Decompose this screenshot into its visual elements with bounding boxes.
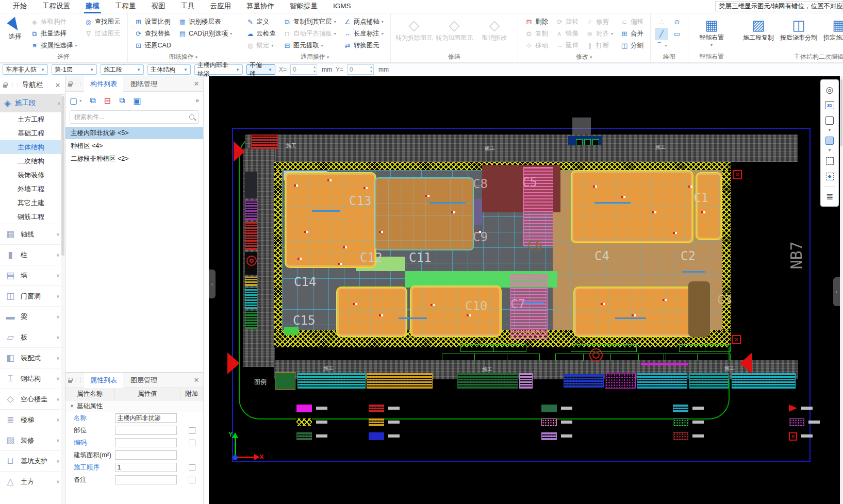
menu-tab-5[interactable]: 视图 (144, 0, 173, 13)
menu-tab-1[interactable]: 开始 (5, 0, 35, 13)
aux-axis-icon[interactable]: ∠两点辅轴▾ (341, 16, 386, 28)
restore-cad-icon[interactable]: ⊡还原CAD (132, 40, 174, 52)
floor-table-icon[interactable]: ▦识别楼层表 (176, 16, 235, 28)
pin-icon[interactable] (68, 378, 73, 383)
convert-icon[interactable]: ⇄转换图元 (341, 40, 386, 52)
by-property-icon[interactable]: ≡按属性选择▾ (28, 40, 80, 52)
filter-icon[interactable]: ∇过滤图元 (82, 28, 123, 40)
options-dropdown-1[interactable]: 车库非人防▼ (3, 64, 48, 75)
sidebar-section-9[interactable]: ◇空心楼盖∨ (0, 389, 65, 409)
sidebar-item-2[interactable]: 基础工程 (0, 126, 65, 140)
tab-component-list[interactable]: 构件列表 (84, 76, 123, 92)
collapse-panel-handle[interactable]: ‹ (209, 270, 216, 298)
extract-icon[interactable]: ⊟图元提取▾ (280, 40, 339, 52)
property-value-input[interactable] (115, 475, 177, 484)
rectangle-icon[interactable]: ▭ (670, 28, 684, 40)
component-item-3[interactable]: 二标段非种植区 <2> (65, 153, 203, 165)
sidebar-section-8[interactable]: ⌶钢结构∨ (0, 368, 65, 389)
menu-tab-10[interactable]: IGMS (325, 0, 359, 13)
property-extra-checkbox[interactable] (189, 477, 195, 483)
pin-icon[interactable] (68, 81, 73, 87)
point-icon[interactable]: ∴ (655, 16, 668, 28)
copy-component-icon[interactable]: ⧉ (90, 96, 95, 105)
length-dim-icon[interactable]: ↔长度标注▾ (341, 28, 386, 40)
break-icon[interactable]: ∦打断 (583, 40, 616, 52)
sidebar-item-5[interactable]: 装饰装修 (0, 168, 65, 182)
select-button[interactable]: 选择 (3, 16, 27, 41)
sidebar-section-5[interactable]: ▬梁∨ (0, 306, 65, 327)
sidebar-item-4[interactable]: 二次结构 (0, 154, 65, 168)
box-select-icon[interactable] (822, 153, 837, 169)
sidebar-section-2[interactable]: ▮柱∨ (0, 244, 65, 265)
trim-icon[interactable]: ⌿修剪 (583, 16, 616, 28)
cloud-check-icon[interactable]: ☁云检查 (243, 28, 278, 40)
scrollbar-thumb[interactable] (61, 96, 64, 256)
search-input[interactable]: 搜索构件... (70, 110, 199, 124)
sidebar-section-4[interactable]: ◫门窗洞∨ (0, 285, 65, 306)
chevron-down-icon[interactable]: ▼ (828, 128, 832, 133)
menu-tab-8[interactable]: 算量协作 (239, 0, 282, 13)
reinforce-cube-icon[interactable]: ◇转为加固图元 (434, 16, 474, 42)
menu-tab-7[interactable]: 云应用 (203, 0, 239, 13)
assign-segment-icon[interactable]: ▦指定施工段 (819, 16, 843, 42)
menu-tab-9[interactable]: 智能提量 (282, 0, 325, 13)
demolish-cube-icon[interactable]: ◇转为拆除图元 (394, 16, 434, 42)
smart-layout-icon[interactable]: ▦智能布置▾ (691, 16, 732, 47)
options-dropdown-3[interactable]: 施工段▼ (101, 64, 144, 75)
rotate-icon[interactable]: ⟳旋转 (553, 16, 581, 28)
batch-copy-icon[interactable]: ⧉ (119, 96, 125, 105)
property-value-input[interactable] (115, 426, 177, 435)
save-component-icon[interactable]: ▣ (133, 96, 141, 106)
options-dropdown-6[interactable]: 不偏移▼ (246, 64, 275, 75)
property-value-input[interactable]: 主楼内部非抗渗 (115, 413, 177, 423)
sidebar-item-6[interactable]: 外墙工程 (0, 182, 65, 196)
menu-tab-3[interactable]: 建模 (78, 0, 107, 13)
batch-select-icon[interactable]: ⧉批量选择 (28, 28, 80, 40)
sidebar-section-7[interactable]: ◧装配式∨ (0, 347, 65, 368)
sidebar-section-1[interactable]: ▦轴线∨ (0, 224, 65, 244)
chevron-down-icon[interactable]: ▼ (828, 148, 832, 153)
view-top-icon[interactable] (822, 113, 837, 128)
sidebar-item-1[interactable]: 土方工程 (0, 112, 65, 126)
close-icon[interactable]: ✕ (54, 81, 62, 89)
tab-layer-manage[interactable]: 图层管理 (124, 373, 163, 388)
property-section-basic[interactable]: ▼基础属性 (65, 400, 203, 412)
pick-icon[interactable]: ◈拾取构件 (28, 16, 80, 28)
sidebar-item-7[interactable]: 其它土建 (0, 196, 65, 210)
property-extra-checkbox[interactable] (189, 464, 195, 471)
orbit-view-icon[interactable]: ◎ (822, 82, 837, 97)
close-icon[interactable]: ✕ (192, 376, 201, 384)
sidebar-item-8[interactable]: 钢筋工程 (0, 210, 65, 224)
options-dropdown-2[interactable]: 第-1层▼ (52, 64, 97, 75)
pin-icon[interactable] (3, 82, 8, 88)
arc-icon[interactable]: ⌒▾ (655, 40, 668, 52)
sidebar-section-shigongduan[interactable]: ◈施工段∧ (0, 94, 65, 112)
sidebar-section-10[interactable]: ≣楼梯∨ (0, 409, 65, 430)
split-icon[interactable]: ◫分割 (618, 40, 646, 52)
property-value-input[interactable]: 1 (115, 463, 177, 472)
component-item-2[interactable]: 种植区 <4> (65, 140, 203, 152)
sidebar-section-13[interactable]: △土方∨ (0, 471, 65, 492)
expand-more-icon[interactable]: » (195, 97, 199, 104)
circle-icon[interactable]: ⊙ (670, 16, 684, 28)
property-extra-checkbox[interactable] (189, 440, 195, 446)
sidebar-section-12[interactable]: ⊔基坑支护∨ (0, 450, 65, 471)
pour-strip-split-icon[interactable]: ◫按后浇带分割 (779, 16, 819, 42)
tab-property-list[interactable]: 属性列表 (84, 373, 123, 388)
view-3d-icon[interactable]: 3D (822, 97, 837, 113)
new-component-icon[interactable]: ▢ (70, 96, 77, 106)
copy-layer-icon[interactable]: ⧉复制到其它层▾ (280, 16, 339, 28)
scrollbar[interactable] (840, 76, 843, 504)
scrollbar-thumb[interactable] (840, 79, 842, 146)
define-icon[interactable]: ✎定义 (243, 16, 278, 28)
view-shaded-icon[interactable] (822, 133, 837, 148)
property-value-input[interactable] (115, 450, 177, 460)
lock-icon[interactable]: ◍锁定▾ (243, 40, 278, 52)
merge-icon[interactable]: ⊞合并 (618, 28, 646, 40)
menu-tab-2[interactable]: 工程设置 (35, 0, 78, 13)
collapse-right-handle[interactable]: › (833, 277, 840, 306)
scale-icon[interactable]: ⊞设置比例 (132, 16, 174, 28)
offset-icon[interactable]: ⊂偏移 (618, 16, 646, 28)
menu-tab-4[interactable]: 工程量 (107, 0, 144, 13)
move-icon[interactable]: ⊹移动 (522, 40, 551, 52)
